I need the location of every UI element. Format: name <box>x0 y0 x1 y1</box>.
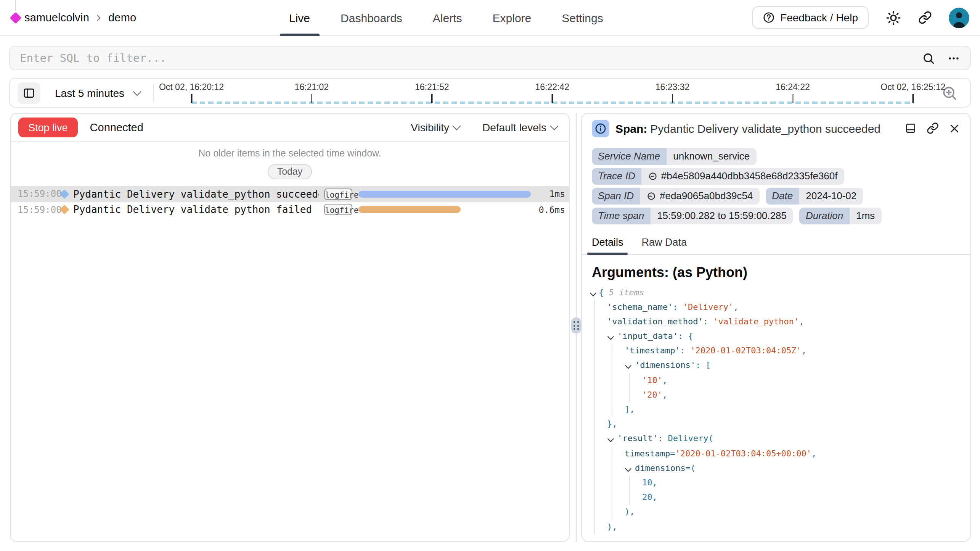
code-token: 'Delivery' <box>683 302 733 312</box>
indent-guide <box>594 490 595 504</box>
scope-tag: logfire <box>324 188 352 200</box>
panel-bottom-icon[interactable] <box>904 122 917 134</box>
indent-guide <box>594 519 595 534</box>
code-token: , <box>652 478 657 488</box>
timeline-tick-mark <box>431 94 432 103</box>
visibility-dropdown[interactable]: Visibility <box>406 121 464 134</box>
link-icon <box>647 192 656 201</box>
badge-label: Span ID <box>592 188 640 204</box>
badge-trace-id[interactable]: Trace ID #b4e5809a440dbb3458e68d2335fe36… <box>592 168 845 184</box>
code-token: }, <box>607 419 617 429</box>
more-options-icon[interactable] <box>947 52 960 64</box>
badge-value: 15:59:00.282 to 15:59:00.285 <box>650 208 794 224</box>
breadcrumb: samuelcolvin demo <box>10 0 136 35</box>
code-line: 20, <box>592 490 960 504</box>
code-token: : <box>673 302 683 312</box>
indent-guide <box>594 475 595 490</box>
badge-row: Service Name unknown_service <box>592 148 960 164</box>
expander-chevron-icon[interactable] <box>625 465 631 471</box>
code-line: timestamp='2020-01-02T03:04:05+00:00', <box>592 446 960 461</box>
stop-live-button[interactable]: Stop live <box>18 118 78 137</box>
indent-guide <box>612 490 612 504</box>
code-line: { 5 items <box>592 285 960 300</box>
code-token: 'dimensions' <box>635 361 696 371</box>
indent-guide <box>594 505 595 519</box>
log-timestamp: 15:59:00 <box>18 189 59 200</box>
code-token: 'validate_python' <box>713 317 799 327</box>
badge-label: Time span <box>592 208 650 224</box>
logo-line <box>15 0 16 11</box>
indent-guide <box>612 461 612 475</box>
nav-item-explore[interactable]: Explore <box>484 0 541 35</box>
log-message: Pydantic Delivery validate_python succee… <box>73 188 319 200</box>
badge-value: #b4e5809a440dbb3458e68d2335fe360f <box>641 168 845 184</box>
sidebar-toggle-button[interactable] <box>18 82 40 104</box>
expander-chevron-icon[interactable] <box>590 290 596 296</box>
duration-bar <box>358 191 531 198</box>
badge-value: unknown_service <box>666 148 757 164</box>
indent-guide <box>629 373 630 387</box>
code-line: dimensions=( <box>592 461 960 475</box>
today-button[interactable]: Today <box>268 164 312 179</box>
badge-value: 1ms <box>849 208 882 224</box>
nav-item-alerts[interactable]: Alerts <box>424 0 471 35</box>
sql-filter-bar[interactable]: Enter SQL to filter... <box>9 46 971 70</box>
expander-chevron-icon[interactable] <box>625 363 631 369</box>
nav-item-dashboards[interactable]: Dashboards <box>331 0 411 35</box>
indent-guide <box>594 314 595 329</box>
code-line: ), <box>592 519 960 534</box>
app-header: samuelcolvin demo LiveDashboardsAlertsEx… <box>0 0 980 36</box>
link-icon <box>648 172 657 181</box>
nav-item-settings[interactable]: Settings <box>553 0 612 35</box>
code-line: '20', <box>592 388 960 402</box>
badge-date[interactable]: Date 2024-10-02 <box>766 188 863 204</box>
theme-toggle-button[interactable] <box>885 10 901 26</box>
nav-item-label: Settings <box>562 11 603 24</box>
span-title: Span:Pydantic Delivery validate_python s… <box>615 122 880 135</box>
default-levels-label: Default levels <box>482 121 546 134</box>
timeline-tick-label: 16:22:42 <box>535 82 569 92</box>
expander-chevron-icon[interactable] <box>607 436 614 442</box>
tab-details[interactable]: Details <box>587 236 628 254</box>
share-link-button[interactable] <box>918 11 932 24</box>
copy-link-icon[interactable] <box>927 122 939 134</box>
feedback-help-button[interactable]: Feedback / Help <box>752 6 869 29</box>
timeline-tick-label: Oct 02, 16:25:12 <box>880 82 945 92</box>
badge-service-name[interactable]: Service Name unknown_service <box>592 148 757 164</box>
badge-label: Service Name <box>592 148 666 164</box>
tab-raw-data[interactable]: Raw Data <box>637 236 692 254</box>
divider <box>153 84 154 102</box>
breadcrumb-project[interactable]: demo <box>108 11 136 24</box>
log-row[interactable]: 15:59:00 Pydantic Delivery validate_pyth… <box>11 186 569 202</box>
breadcrumb-org[interactable]: samuelcolvin <box>24 11 89 24</box>
panel-resize-handle[interactable] <box>571 317 581 334</box>
badge-duration[interactable]: Duration 1ms <box>800 208 882 224</box>
code-token: 'schema_name' <box>607 302 673 312</box>
indent-guide <box>612 344 612 358</box>
expander-chevron-icon[interactable] <box>607 334 614 340</box>
code-token: 'validation_method' <box>607 317 703 327</box>
code-token: , <box>802 346 806 356</box>
detail-tabs: DetailsRaw Data <box>582 236 970 255</box>
indent-guide <box>612 505 612 519</box>
search-icon[interactable] <box>922 52 935 64</box>
badge-time-span[interactable]: Time span 15:59:00.282 to 15:59:00.285 <box>592 208 794 224</box>
user-avatar[interactable] <box>949 7 969 28</box>
badge-span-id[interactable]: Span ID #eda9065a0bd39c54 <box>592 188 760 204</box>
link-icon <box>918 11 932 24</box>
indent-guide <box>594 373 595 387</box>
live-panel-header: Stop live Connected Visibility Default l… <box>11 114 569 142</box>
code-line: 10, <box>592 475 960 490</box>
close-icon[interactable] <box>949 122 960 134</box>
nav-item-live[interactable]: Live <box>280 0 319 35</box>
indent-guide <box>629 388 630 402</box>
log-row[interactable]: 15:59:00 Pydantic Delivery validate_pyth… <box>11 202 569 218</box>
timeline-tick-label: 16:21:52 <box>415 82 449 92</box>
log-timestamp: 15:59:00 <box>18 205 59 215</box>
time-range-selector[interactable]: Last 5 minutes <box>50 79 145 107</box>
timeline-tick-mark <box>672 94 673 103</box>
question-icon <box>763 11 775 24</box>
indent-guide <box>612 388 612 402</box>
default-levels-dropdown[interactable]: Default levels <box>478 121 561 134</box>
logfire-logo-icon[interactable] <box>10 11 21 23</box>
